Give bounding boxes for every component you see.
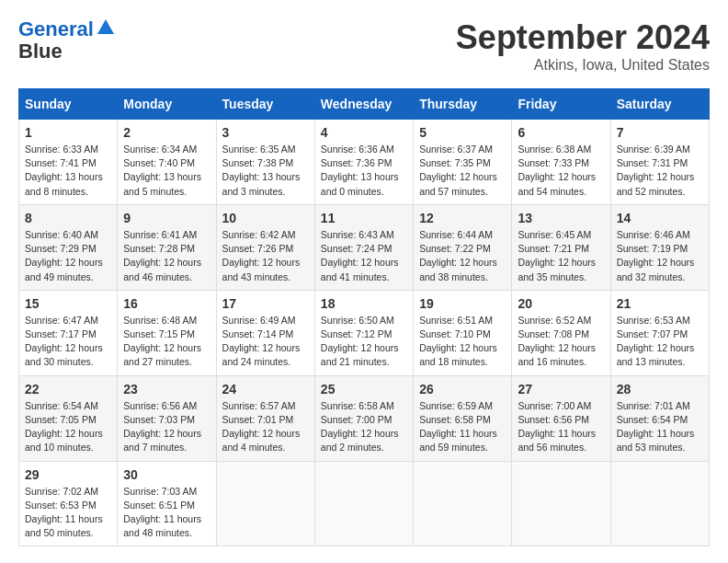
col-thursday: Thursday bbox=[414, 89, 512, 120]
day-number: 11 bbox=[321, 211, 407, 225]
day-number: 2 bbox=[123, 125, 210, 140]
table-row: 30Sunrise: 7:03 AMSunset: 6:51 PMDayligh… bbox=[118, 461, 216, 546]
col-tuesday: Tuesday bbox=[216, 89, 314, 120]
day-info: Sunrise: 7:01 AMSunset: 6:54 PMDaylight:… bbox=[617, 399, 703, 455]
table-row bbox=[216, 461, 314, 546]
day-info: Sunrise: 6:54 AMSunset: 7:05 PMDaylight:… bbox=[25, 399, 111, 455]
day-number: 26 bbox=[419, 382, 506, 396]
table-row: 20Sunrise: 6:52 AMSunset: 7:08 PMDayligh… bbox=[512, 290, 610, 375]
month-title: September 2024 bbox=[456, 18, 710, 57]
day-number: 21 bbox=[617, 296, 703, 311]
day-number: 3 bbox=[222, 125, 309, 140]
day-info: Sunrise: 6:35 AMSunset: 7:38 PMDaylight:… bbox=[222, 143, 309, 199]
day-number: 23 bbox=[123, 382, 210, 396]
day-number: 13 bbox=[518, 211, 604, 225]
col-friday: Friday bbox=[512, 89, 610, 120]
table-row: 13Sunrise: 6:45 AMSunset: 7:21 PMDayligh… bbox=[512, 204, 610, 290]
day-number: 5 bbox=[419, 125, 506, 140]
svg-marker-0 bbox=[97, 19, 114, 34]
col-sunday: Sunday bbox=[19, 89, 118, 120]
table-row: 10Sunrise: 6:42 AMSunset: 7:26 PMDayligh… bbox=[216, 204, 314, 290]
day-number: 30 bbox=[123, 467, 210, 482]
location: Atkins, Iowa, United States bbox=[456, 57, 710, 74]
title-area: September 2024 Atkins, Iowa, United Stat… bbox=[456, 18, 710, 74]
calendar-week-row: 29Sunrise: 7:02 AMSunset: 6:53 PMDayligh… bbox=[19, 461, 710, 546]
logo-arrow-icon bbox=[96, 17, 116, 38]
table-row: 16Sunrise: 6:48 AMSunset: 7:15 PMDayligh… bbox=[118, 290, 216, 375]
table-row: 8Sunrise: 6:40 AMSunset: 7:29 PMDaylight… bbox=[19, 204, 118, 290]
day-info: Sunrise: 7:03 AMSunset: 6:51 PMDaylight:… bbox=[123, 485, 210, 541]
day-number: 24 bbox=[222, 382, 309, 396]
table-row: 21Sunrise: 6:53 AMSunset: 7:07 PMDayligh… bbox=[610, 290, 709, 375]
day-number: 22 bbox=[25, 382, 111, 396]
page-header: General Blue September 2024 Atkins, Iowa… bbox=[18, 18, 710, 74]
col-saturday: Saturday bbox=[610, 89, 709, 120]
day-info: Sunrise: 6:42 AMSunset: 7:26 PMDaylight:… bbox=[222, 228, 309, 284]
table-row: 18Sunrise: 6:50 AMSunset: 7:12 PMDayligh… bbox=[314, 290, 413, 375]
calendar-week-row: 22Sunrise: 6:54 AMSunset: 7:05 PMDayligh… bbox=[19, 375, 710, 461]
day-number: 4 bbox=[321, 125, 407, 140]
calendar-week-row: 8Sunrise: 6:40 AMSunset: 7:29 PMDaylight… bbox=[19, 204, 710, 290]
table-row: 24Sunrise: 6:57 AMSunset: 7:01 PMDayligh… bbox=[216, 375, 314, 461]
day-number: 29 bbox=[25, 467, 111, 482]
day-number: 18 bbox=[321, 296, 407, 311]
day-number: 14 bbox=[617, 211, 703, 225]
calendar-week-row: 15Sunrise: 6:47 AMSunset: 7:17 PMDayligh… bbox=[19, 290, 710, 375]
logo: General Blue bbox=[18, 18, 116, 63]
table-row: 3Sunrise: 6:35 AMSunset: 7:38 PMDaylight… bbox=[216, 120, 314, 205]
day-info: Sunrise: 6:41 AMSunset: 7:28 PMDaylight:… bbox=[123, 228, 210, 284]
day-info: Sunrise: 7:02 AMSunset: 6:53 PMDaylight:… bbox=[25, 485, 111, 541]
table-row bbox=[610, 461, 709, 546]
day-info: Sunrise: 6:34 AMSunset: 7:40 PMDaylight:… bbox=[123, 143, 210, 199]
day-number: 6 bbox=[518, 125, 604, 140]
table-row: 29Sunrise: 7:02 AMSunset: 6:53 PMDayligh… bbox=[19, 461, 118, 546]
day-info: Sunrise: 6:38 AMSunset: 7:33 PMDaylight:… bbox=[518, 143, 604, 199]
day-info: Sunrise: 6:52 AMSunset: 7:08 PMDaylight:… bbox=[518, 314, 604, 370]
table-row: 17Sunrise: 6:49 AMSunset: 7:14 PMDayligh… bbox=[216, 290, 314, 375]
table-row: 12Sunrise: 6:44 AMSunset: 7:22 PMDayligh… bbox=[414, 204, 512, 290]
table-row: 22Sunrise: 6:54 AMSunset: 7:05 PMDayligh… bbox=[19, 375, 118, 461]
day-info: Sunrise: 6:33 AMSunset: 7:41 PMDaylight:… bbox=[25, 143, 111, 199]
day-info: Sunrise: 6:44 AMSunset: 7:22 PMDaylight:… bbox=[419, 228, 506, 284]
table-row: 23Sunrise: 6:56 AMSunset: 7:03 PMDayligh… bbox=[118, 375, 216, 461]
day-number: 7 bbox=[617, 125, 703, 140]
day-info: Sunrise: 6:58 AMSunset: 7:00 PMDaylight:… bbox=[321, 399, 407, 455]
calendar-week-row: 1Sunrise: 6:33 AMSunset: 7:41 PMDaylight… bbox=[19, 120, 710, 205]
table-row bbox=[512, 461, 610, 546]
day-info: Sunrise: 6:39 AMSunset: 7:31 PMDaylight:… bbox=[617, 143, 703, 199]
table-row: 2Sunrise: 6:34 AMSunset: 7:40 PMDaylight… bbox=[118, 120, 216, 205]
table-row: 14Sunrise: 6:46 AMSunset: 7:19 PMDayligh… bbox=[610, 204, 709, 290]
table-row: 25Sunrise: 6:58 AMSunset: 7:00 PMDayligh… bbox=[314, 375, 413, 461]
day-info: Sunrise: 6:36 AMSunset: 7:36 PMDaylight:… bbox=[321, 143, 407, 199]
day-info: Sunrise: 6:40 AMSunset: 7:29 PMDaylight:… bbox=[25, 228, 111, 284]
table-row: 11Sunrise: 6:43 AMSunset: 7:24 PMDayligh… bbox=[314, 204, 413, 290]
day-number: 28 bbox=[617, 382, 703, 396]
day-info: Sunrise: 6:46 AMSunset: 7:19 PMDaylight:… bbox=[617, 228, 703, 284]
day-info: Sunrise: 6:47 AMSunset: 7:17 PMDaylight:… bbox=[25, 314, 111, 370]
day-number: 25 bbox=[321, 382, 407, 396]
table-row: 6Sunrise: 6:38 AMSunset: 7:33 PMDaylight… bbox=[512, 120, 610, 205]
table-row: 27Sunrise: 7:00 AMSunset: 6:56 PMDayligh… bbox=[512, 375, 610, 461]
logo-text2: Blue bbox=[18, 40, 63, 63]
day-number: 15 bbox=[25, 296, 111, 311]
day-info: Sunrise: 6:49 AMSunset: 7:14 PMDaylight:… bbox=[222, 314, 309, 370]
table-row: 19Sunrise: 6:51 AMSunset: 7:10 PMDayligh… bbox=[414, 290, 512, 375]
table-row bbox=[414, 461, 512, 546]
day-info: Sunrise: 6:51 AMSunset: 7:10 PMDaylight:… bbox=[419, 314, 506, 370]
calendar-table: Sunday Monday Tuesday Wednesday Thursday… bbox=[18, 88, 710, 546]
day-number: 20 bbox=[518, 296, 604, 311]
table-row: 5Sunrise: 6:37 AMSunset: 7:35 PMDaylight… bbox=[414, 120, 512, 205]
table-row: 7Sunrise: 6:39 AMSunset: 7:31 PMDaylight… bbox=[610, 120, 709, 205]
logo-text: General bbox=[18, 18, 94, 40]
day-number: 8 bbox=[25, 211, 111, 225]
table-row: 28Sunrise: 7:01 AMSunset: 6:54 PMDayligh… bbox=[610, 375, 709, 461]
day-number: 27 bbox=[518, 382, 604, 396]
day-info: Sunrise: 7:00 AMSunset: 6:56 PMDaylight:… bbox=[518, 399, 604, 455]
day-number: 10 bbox=[222, 211, 309, 225]
table-row: 26Sunrise: 6:59 AMSunset: 6:58 PMDayligh… bbox=[414, 375, 512, 461]
col-wednesday: Wednesday bbox=[314, 89, 413, 120]
day-info: Sunrise: 6:56 AMSunset: 7:03 PMDaylight:… bbox=[123, 399, 210, 455]
day-info: Sunrise: 6:37 AMSunset: 7:35 PMDaylight:… bbox=[419, 143, 506, 199]
day-number: 1 bbox=[25, 125, 111, 140]
day-number: 16 bbox=[123, 296, 210, 311]
